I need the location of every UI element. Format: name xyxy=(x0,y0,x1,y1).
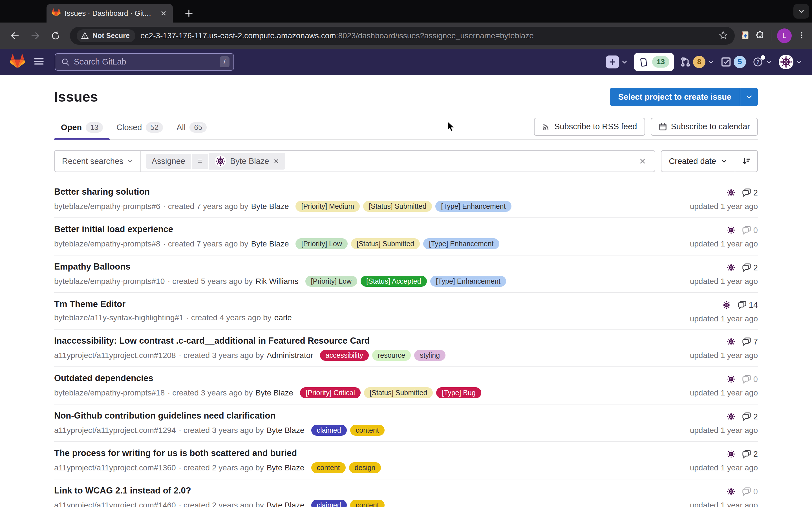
kebab-menu-icon[interactable] xyxy=(797,31,806,41)
create-new-menu[interactable] xyxy=(606,55,628,68)
user-avatar[interactable] xyxy=(779,55,794,69)
hamburger-icon[interactable] xyxy=(33,55,45,69)
issue-author-link[interactable]: Byte Blaze xyxy=(255,388,293,397)
issue-author-link[interactable]: Byte Blaze xyxy=(267,463,305,472)
assignee-avatar[interactable] xyxy=(726,449,736,459)
issue-author-link[interactable]: Byte Blaze xyxy=(267,501,305,507)
comments-link[interactable]: 0 xyxy=(742,375,758,384)
assignee-avatar[interactable] xyxy=(726,188,736,198)
issue-title-link[interactable]: Link to WCAG 2.1 instead of 2.0? xyxy=(54,486,191,496)
back-icon[interactable] xyxy=(6,27,24,45)
security-chip[interactable]: Not Secure xyxy=(77,29,135,42)
comments-link[interactable]: 14 xyxy=(738,300,758,310)
new-tab-icon[interactable] xyxy=(182,6,196,20)
assignee-avatar[interactable] xyxy=(726,374,736,384)
issue-title-link[interactable]: Better initial load experience xyxy=(54,224,173,234)
issue-title-link[interactable]: Tm Theme Editor xyxy=(54,299,125,309)
tab-search-chevron-icon[interactable] xyxy=(794,4,809,18)
token-key[interactable]: Assignee xyxy=(146,154,191,169)
issue-author-link[interactable]: Byte Blaze xyxy=(267,426,305,435)
address-bar[interactable]: Not Secure ec2-3-137-176-117.us-east-2.c… xyxy=(70,27,735,45)
comments-link[interactable]: 2 xyxy=(742,412,758,421)
issue-title-link[interactable]: Empathy Balloons xyxy=(54,262,130,272)
assignee-avatar[interactable] xyxy=(726,225,736,235)
tab-close-icon[interactable] xyxy=(159,9,168,17)
issue-title-link[interactable]: Better sharing solution xyxy=(54,187,150,197)
issue-author-link[interactable]: earle xyxy=(274,313,292,322)
forward-icon[interactable] xyxy=(27,27,44,45)
assignee-avatar[interactable] xyxy=(722,300,731,310)
issue-label[interactable]: [Status] Submitted xyxy=(351,238,420,249)
search-input[interactable]: Search GitLab / xyxy=(55,53,234,71)
tab-all[interactable]: All65 xyxy=(170,117,213,139)
issue-author-link[interactable]: Rik Williams xyxy=(255,277,298,286)
issue-label[interactable]: [Priority] Low xyxy=(305,276,357,287)
issue-title-link[interactable]: Inaccessibility: Low contrast .c-card__a… xyxy=(54,336,370,346)
issue-label[interactable]: content xyxy=(311,462,346,473)
select-project-button[interactable]: Select project to create issue xyxy=(610,88,740,106)
issue-author-link[interactable]: Byte Blaze xyxy=(251,202,289,211)
nav-todos-button[interactable]: 5 xyxy=(721,56,746,68)
issue-label[interactable]: [Priority] Critical xyxy=(300,387,361,398)
assignee-avatar[interactable] xyxy=(726,412,736,421)
issue-label[interactable]: [Type] Enhancement xyxy=(423,238,499,249)
clear-search-icon[interactable] xyxy=(636,154,650,168)
subscribe-calendar-button[interactable]: Subscribe to calendar xyxy=(651,118,758,136)
comments-link[interactable]: 2 xyxy=(742,263,758,272)
issue-label[interactable]: design xyxy=(349,462,381,473)
issue-label[interactable]: [Status] Submitted xyxy=(363,201,432,212)
issue-label[interactable]: [Type] Enhancement xyxy=(435,201,511,212)
comments-link[interactable]: 0 xyxy=(742,487,758,496)
comments-link[interactable]: 2 xyxy=(742,188,758,198)
create-issue-split-button[interactable]: Select project to create issue xyxy=(610,88,758,106)
comments-link[interactable]: 0 xyxy=(742,226,758,235)
tab-open[interactable]: Open13 xyxy=(54,117,110,139)
comments-link[interactable]: 2 xyxy=(742,450,758,459)
user-menu[interactable] xyxy=(779,55,802,69)
subscribe-rss-button[interactable]: Subscribe to RSS feed xyxy=(534,118,645,136)
nav-help-button[interactable]: ? xyxy=(752,56,772,68)
assignee-avatar[interactable] xyxy=(726,263,736,272)
plus-icon[interactable] xyxy=(606,55,619,68)
gitlab-logo[interactable] xyxy=(10,54,26,70)
token-operator[interactable]: = xyxy=(192,154,208,169)
issue-label[interactable]: claimed xyxy=(311,500,347,507)
issue-title-link[interactable]: Outdated dependencies xyxy=(54,373,153,383)
filter-token-assignee[interactable]: Assignee = Byte Blaze xyxy=(146,153,285,170)
extension-notebook-icon[interactable] xyxy=(741,31,750,41)
bookmark-star-icon[interactable] xyxy=(718,31,728,41)
create-issue-caret-button[interactable] xyxy=(740,88,758,106)
assignee-avatar[interactable] xyxy=(726,487,736,496)
comments-link[interactable]: 7 xyxy=(742,337,758,346)
issue-label[interactable]: content xyxy=(350,500,385,507)
tab-closed[interactable]: Closed52 xyxy=(110,117,170,139)
issue-label[interactable]: accessibility xyxy=(320,350,369,361)
issue-label[interactable]: [Type] Bug xyxy=(436,387,481,398)
issue-label[interactable]: [Priority] Medium xyxy=(296,201,360,212)
browser-tab[interactable]: Issues · Dashboard · GitLab xyxy=(47,4,173,22)
issue-title-link[interactable]: Non-Github contribution guidelines need … xyxy=(54,411,275,421)
issue-label[interactable]: [Priority] Low xyxy=(296,238,347,249)
issue-label[interactable]: [Status] Submitted xyxy=(364,387,433,398)
issue-label[interactable]: [Type] Enhancement xyxy=(430,276,506,287)
sort-dropdown[interactable]: Created date xyxy=(661,151,735,172)
nav-issues-button[interactable]: 13 xyxy=(634,53,674,71)
token-remove-icon[interactable] xyxy=(273,158,280,164)
issue-title-link[interactable]: The process for writing for us is both s… xyxy=(54,448,297,458)
issue-label[interactable]: claimed xyxy=(311,425,347,436)
assignee-avatar[interactable] xyxy=(726,337,736,346)
puzzle-icon[interactable] xyxy=(756,31,765,41)
nav-merge-requests-button[interactable]: 8 xyxy=(680,56,714,68)
browser-profile-avatar[interactable]: L xyxy=(777,29,792,43)
token-value[interactable]: Byte Blaze xyxy=(209,153,285,170)
sort-direction-icon[interactable] xyxy=(735,151,757,172)
filtered-search[interactable]: Recent searches Assignee = Byte Blaze xyxy=(54,150,655,172)
issue-author-link[interactable]: Administrator xyxy=(267,351,313,360)
issue-label[interactable]: resource xyxy=(372,350,411,361)
issue-label[interactable]: content xyxy=(350,425,385,436)
reload-icon[interactable] xyxy=(47,27,64,45)
issue-label[interactable]: [Status] Accepted xyxy=(361,276,427,287)
issue-label[interactable]: styling xyxy=(414,350,446,361)
recent-searches-dropdown[interactable]: Recent searches xyxy=(55,151,141,172)
issue-author-link[interactable]: Byte Blaze xyxy=(251,239,289,248)
